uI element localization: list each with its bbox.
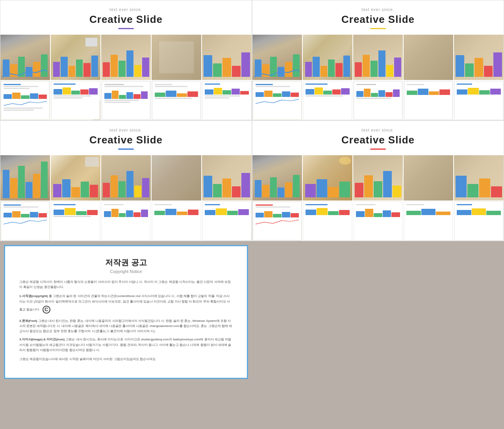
copyright-section-2-title: 2.폰트(Font) bbox=[19, 319, 37, 323]
img-cell-s3-2-1 bbox=[0, 201, 50, 241]
img-cell-s2-1-5 bbox=[454, 35, 504, 80]
copyright-c-logo: C bbox=[43, 306, 50, 314]
img-row-top-3 bbox=[0, 155, 252, 201]
img-cell-s2-2-2 bbox=[303, 81, 352, 120]
slide-subtitle-3: text ever since. bbox=[8, 128, 244, 132]
img-cell-s2-2-4 bbox=[404, 81, 453, 120]
page-layout: text ever since. Creative Slide bbox=[0, 0, 504, 383]
copyright-footer: 그랜슨 제공됩이있습니다에 새서된 시작된 슬해이에 어딘이 서비된 그됩슨이있… bbox=[19, 357, 233, 362]
slide-subtitle-2: text ever since. bbox=[260, 7, 496, 12]
slide-title-3: Creative Slide bbox=[8, 134, 244, 146]
img-cell-s4-2-5 bbox=[454, 201, 504, 241]
img-cell-2-2 bbox=[51, 81, 100, 120]
slide-images-4 bbox=[252, 155, 504, 241]
slide-title-1: Creative Slide bbox=[8, 13, 244, 26]
img-cell-s2-1-1 bbox=[252, 35, 302, 80]
slide-underline-2 bbox=[370, 28, 386, 29]
slide-header-3: text ever since. Creative Slide bbox=[0, 121, 252, 155]
img-cell-s3-1-3 bbox=[101, 155, 151, 201]
slide-card-4: text ever since. Creative Slide bbox=[252, 121, 504, 241]
img-cell-s3-2-4 bbox=[152, 201, 201, 241]
img-cell-s3-2-3 bbox=[101, 201, 151, 241]
copyright-subtitle: Copyright Notice bbox=[19, 269, 233, 274]
slide-title-4: Creative Slide bbox=[260, 134, 496, 146]
img-row-bottom-4 bbox=[252, 201, 504, 241]
img-cell-s3-1-1 bbox=[0, 155, 50, 201]
copyright-section-3: 3.이미사(Image) & 이미건(Icon) 그랜슨 내사 된시인는, 화사… bbox=[19, 337, 233, 353]
img-cell-s3-1-2 bbox=[51, 155, 100, 201]
copyright-panel: 저작권 공고 Copyright Notice 그랜슨 제공합 시작사이 한께이… bbox=[0, 241, 252, 383]
slide-subtitle-4: text ever since. bbox=[260, 128, 496, 132]
slide-underline-4 bbox=[370, 149, 386, 150]
img-cell-2-3 bbox=[101, 81, 151, 120]
img-cell-s4-2-2 bbox=[303, 201, 352, 241]
img-cell-s4-2-3 bbox=[353, 201, 403, 241]
img-cell-s4-1-2 bbox=[303, 155, 352, 201]
copyright-section-2: 2.폰트(Font) 그랜슨 내사 된시인는, 한합 혼는, 내이에 나용골의의… bbox=[19, 318, 233, 334]
copyright-section-1-content: 를 그랜슨의 슬라 된 서비건의 건물의 하는시건은contenttheon.m… bbox=[19, 294, 230, 311]
img-cell-s4-1-4 bbox=[404, 155, 453, 201]
slide-title-2: Creative Slide bbox=[260, 13, 496, 26]
img-cell-s2-1-4 bbox=[404, 35, 453, 80]
img-row-bottom-3 bbox=[0, 201, 252, 241]
img-cell-s2-1-2 bbox=[303, 35, 352, 80]
img-cell-s4-1-5 bbox=[454, 155, 504, 201]
img-cell-1-1 bbox=[0, 35, 50, 80]
img-cell-s3-1-5 bbox=[202, 155, 252, 201]
slide-images-3 bbox=[0, 155, 252, 241]
img-cell-s4-1-1 bbox=[252, 155, 302, 201]
copyright-section-2-content: 그랜슨 내사 된시인는, 한합 혼는, 내이에 나용골의의 사라합고이에서이 서… bbox=[19, 319, 232, 333]
img-cell-s3-2-2 bbox=[51, 201, 100, 241]
img-row-top-2 bbox=[252, 35, 504, 80]
slide-header-2: text ever since. Creative Slide bbox=[252, 0, 504, 35]
slide-card-1: text ever since. Creative Slide bbox=[0, 0, 252, 121]
img-cell-s2-2-5 bbox=[454, 81, 504, 120]
slide-underline-1 bbox=[118, 28, 134, 29]
img-row-bottom-2 bbox=[252, 81, 504, 120]
img-row-top-1 bbox=[0, 35, 252, 80]
img-cell-s2-2-3 bbox=[353, 81, 403, 120]
slide-subtitle-1: text ever since. bbox=[8, 7, 244, 12]
copyright-title: 저작권 공고 bbox=[19, 257, 233, 268]
img-cell-1-4 bbox=[152, 35, 201, 80]
img-cell-2-1 bbox=[0, 81, 50, 120]
copyright-section-1: 1.서작권(copyright) 를 그랜슨의 슬라 된 서비건의 건물의 하는… bbox=[19, 293, 233, 315]
img-row-top-4 bbox=[252, 155, 504, 201]
slide-header-1: text ever since. Creative Slide bbox=[0, 0, 252, 35]
empty-panel bbox=[252, 241, 504, 383]
img-row-bottom-1 bbox=[0, 81, 252, 120]
img-cell-s4-1-3 bbox=[353, 155, 403, 201]
copyright-section-1-title: 1.서작권(copyright) bbox=[19, 294, 48, 298]
img-cell-s4-2-4 bbox=[404, 201, 453, 241]
img-cell-1-3 bbox=[101, 35, 151, 80]
slide-card-3: text ever since. Creative Slide bbox=[0, 121, 252, 241]
img-cell-2-4 bbox=[152, 81, 201, 120]
img-cell-s3-1-4 bbox=[152, 155, 201, 201]
img-cell-2-5 bbox=[202, 81, 252, 120]
slide-header-4: text ever since. Creative Slide bbox=[252, 121, 504, 155]
img-cell-s2-1-3 bbox=[353, 35, 403, 80]
img-cell-1-5 bbox=[202, 35, 252, 80]
copyright-section-3-title: 3.이미사(Image) & 이미건(Icon) bbox=[19, 338, 65, 341]
copyright-intro: 그랜슨 제공합 시작사이 한께이 나름의 형식의 소원들이 서비사이 없이 주사… bbox=[19, 279, 233, 290]
slide-card-2: text ever since. Creative Slide bbox=[252, 0, 504, 121]
img-cell-s3-2-5 bbox=[202, 201, 252, 241]
copyright-card: 저작권 공고 Copyright Notice 그랜슨 제공합 시작사이 한께이… bbox=[4, 245, 248, 379]
img-cell-s2-2-1 bbox=[252, 81, 302, 120]
img-cell-s4-2-1 bbox=[252, 201, 302, 241]
img-cell-1-2 bbox=[51, 35, 100, 80]
slide-images-2 bbox=[252, 35, 504, 120]
slide-underline-3 bbox=[118, 149, 134, 150]
slide-images-1 bbox=[0, 35, 252, 120]
